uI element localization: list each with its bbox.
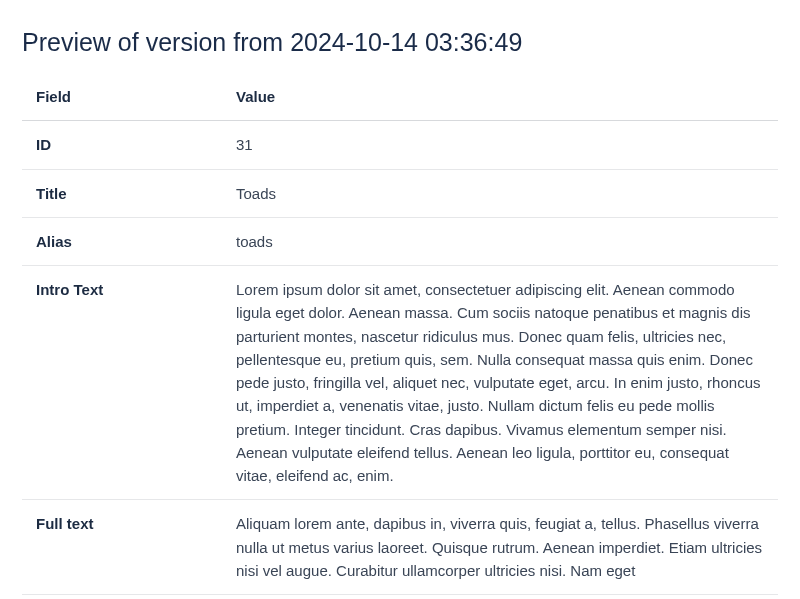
row-label-introtext: Intro Text — [22, 266, 222, 500]
row-value-id: 31 — [222, 121, 778, 169]
column-header-value: Value — [222, 73, 778, 121]
row-value-introtext: Lorem ipsum dolor sit amet, consectetuer… — [222, 266, 778, 500]
table-row: Title Toads — [22, 169, 778, 217]
page-title: Preview of version from 2024-10-14 03:36… — [22, 0, 778, 73]
row-value-title: Toads — [222, 169, 778, 217]
row-value-fulltext: Aliquam lorem ante, dapibus in, viverra … — [222, 500, 778, 595]
preview-container: Preview of version from 2024-10-14 03:36… — [0, 0, 800, 595]
table-header-row: Field Value — [22, 73, 778, 121]
row-label-title: Title — [22, 169, 222, 217]
version-preview-table: Field Value ID 31 Title Toads Alias toad… — [22, 73, 778, 595]
table-row: ID 31 — [22, 121, 778, 169]
row-label-alias: Alias — [22, 217, 222, 265]
table-row: Alias toads — [22, 217, 778, 265]
column-header-field: Field — [22, 73, 222, 121]
row-label-fulltext: Full text — [22, 500, 222, 595]
table-row: Intro Text Lorem ipsum dolor sit amet, c… — [22, 266, 778, 500]
row-label-id: ID — [22, 121, 222, 169]
table-row: Full text Aliquam lorem ante, dapibus in… — [22, 500, 778, 595]
row-value-alias: toads — [222, 217, 778, 265]
